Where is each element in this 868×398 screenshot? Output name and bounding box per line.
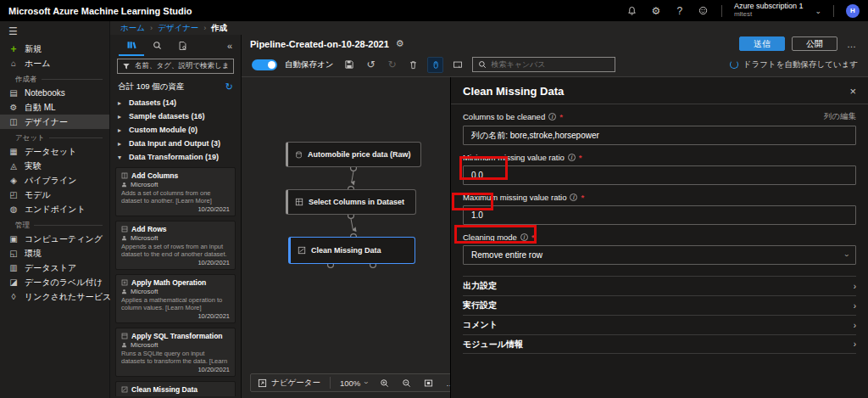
- edit-columns-link[interactable]: 列の編集: [824, 111, 856, 122]
- sidebar-section-author: 作成者: [0, 73, 109, 86]
- sidebar-item-environments[interactable]: ◱環境: [0, 246, 109, 261]
- canvas-search-input[interactable]: [491, 60, 593, 69]
- cleaning-mode-select[interactable]: Remove entire row ›: [463, 245, 856, 265]
- feedback-smiley-icon[interactable]: [698, 5, 709, 17]
- card-description: Runs a SQLite query on input datasets to…: [121, 350, 230, 365]
- chevron-down-icon[interactable]: ⌄: [815, 7, 821, 15]
- module-card-apply-math-operation[interactable]: Apply Math Operation Microsoft Applies a…: [115, 274, 236, 323]
- accordion-run-settings[interactable]: 実行設定›: [463, 295, 856, 315]
- delete-icon[interactable]: [406, 58, 420, 71]
- navigator-button[interactable]: ナビゲーター: [254, 378, 324, 389]
- person-icon: [121, 235, 127, 241]
- fit-to-screen-button[interactable]: [420, 378, 437, 388]
- chevron-down-icon: ›: [843, 254, 851, 256]
- sidebar-item-experiments[interactable]: ◬実験: [0, 159, 109, 173]
- accordion-module-info[interactable]: モジュール情報›: [463, 334, 856, 354]
- autosave-toggle[interactable]: [252, 59, 277, 70]
- category-sample-datasets[interactable]: ▸Sample datasets (16): [110, 109, 241, 123]
- pipeline-node-select-columns[interactable]: Select Columns in Dataset: [286, 189, 416, 215]
- sidebar-item-models[interactable]: ◰モデル: [0, 188, 109, 202]
- module-card-clean-missing-data[interactable]: Clean Missing Data Microsoft Specifies h…: [115, 381, 236, 396]
- accordion-output-settings[interactable]: 出力設定›: [463, 276, 856, 295]
- node-label: Automobile price data (Raw): [308, 150, 411, 159]
- save-icon[interactable]: [342, 58, 356, 71]
- datastores-icon: ▥: [8, 263, 19, 272]
- breadcrumb-home[interactable]: ホーム: [120, 23, 145, 34]
- pipeline-node-clean-missing-data[interactable]: Clean Missing Data: [288, 237, 415, 264]
- module-icon: [121, 386, 128, 393]
- sidebar-item-datasets[interactable]: ▦データセット: [0, 144, 109, 159]
- person-icon: [121, 395, 127, 396]
- canvas-search-box[interactable]: [472, 57, 615, 72]
- sidebar-item-pipelines[interactable]: ◈パイプライン: [0, 173, 109, 188]
- category-data-transformation[interactable]: ▾Data Transformation (19): [110, 150, 241, 164]
- settings-gear-icon[interactable]: ⚙: [650, 5, 662, 17]
- close-icon[interactable]: ×: [849, 86, 856, 97]
- notifications-icon[interactable]: [626, 5, 638, 17]
- endpoints-icon: ◍: [8, 205, 19, 214]
- tab-modules-icon[interactable]: [170, 35, 195, 56]
- sidebar-item-automl[interactable]: ⚙自動 ML: [0, 100, 109, 115]
- subscription-switcher[interactable]: Azure subscription 1 mltest: [734, 3, 804, 19]
- sidebar-item-compute[interactable]: ▣コンピューティング: [0, 232, 109, 246]
- filter-icon: [122, 62, 131, 70]
- breadcrumb-separator: ›: [150, 24, 153, 32]
- card-title: Apply SQL Transformation: [131, 332, 223, 340]
- pipeline-settings-gear-icon[interactable]: ⚙: [396, 38, 404, 49]
- left-nav: ☰ +新規 ⌂ホーム 作成者 ▤Notebooks ⚙自動 ML ◫デザイナー …: [0, 21, 110, 398]
- hamburger-menu-icon[interactable]: ☰: [0, 24, 109, 39]
- sidebar-item-designer[interactable]: ◫デザイナー: [0, 115, 109, 129]
- required-asterisk: *: [531, 233, 535, 242]
- module-card-add-columns[interactable]: Add Columns Microsoft Adds a set of colu…: [115, 167, 236, 216]
- zoom-out-button[interactable]: [398, 378, 415, 388]
- palette-search-input[interactable]: 名前、タグ、説明で検索します: [117, 59, 234, 74]
- sidebar-item-notebooks[interactable]: ▤Notebooks: [0, 86, 109, 100]
- breadcrumb-designer[interactable]: デザイナー: [158, 23, 198, 34]
- collapse-panel-icon[interactable]: «: [227, 41, 232, 51]
- preview-tool-icon[interactable]: [451, 58, 465, 71]
- pipeline-node-automobile-price-data[interactable]: Automobile price data (Raw): [286, 142, 421, 167]
- category-datasets[interactable]: ▸Datasets (14): [110, 96, 241, 109]
- module-card-apply-sql-transformation[interactable]: Apply SQL Transformation Microsoft Runs …: [115, 328, 236, 377]
- sidebar-item-datastores[interactable]: ▥データストア: [0, 261, 109, 275]
- breadcrumb-current: 作成: [211, 23, 227, 34]
- models-icon: ◰: [8, 190, 19, 199]
- sidebar-section-assets: アセット: [0, 132, 109, 144]
- app-header: Microsoft Azure Machine Learning Studio …: [0, 0, 868, 21]
- more-options-icon[interactable]: …: [844, 39, 860, 49]
- category-data-input-output[interactable]: ▸Data Input and Output (3): [110, 137, 241, 150]
- category-label: Custom Module (0): [129, 126, 198, 134]
- sidebar-item-label: 実験: [25, 160, 42, 172]
- notebooks-icon: ▤: [8, 88, 19, 98]
- min-missing-ratio-input[interactable]: [463, 165, 856, 185]
- submit-button[interactable]: 送信: [739, 36, 785, 51]
- columns-to-be-cleaned-value[interactable]: 列の名前: bore,stroke,horsepower: [463, 126, 856, 145]
- redo-icon[interactable]: ↻: [385, 58, 398, 71]
- tab-search-icon[interactable]: [144, 35, 170, 56]
- sidebar-item-label: 新規: [25, 43, 42, 55]
- cleaning-mode-label: Cleaning mode*: [463, 233, 856, 242]
- sidebar-item-linked-services[interactable]: ◊リンクされたサービス: [0, 289, 109, 304]
- sidebar-item-endpoints[interactable]: ◍エンドポイント: [0, 202, 109, 216]
- max-missing-ratio-input[interactable]: [463, 205, 856, 225]
- zoom-level-dropdown[interactable]: 100% ›: [337, 378, 370, 388]
- zoom-in-button[interactable]: [376, 378, 392, 388]
- sidebar-item-data-labeling[interactable]: ◪データのラベル付け: [0, 275, 109, 289]
- accordion-comment[interactable]: コメント›: [463, 315, 856, 334]
- person-icon: [121, 182, 127, 188]
- tab-library-icon[interactable]: [119, 35, 144, 56]
- sidebar-item-new[interactable]: +新規: [0, 42, 109, 56]
- module-card-add-rows[interactable]: Add Rows Microsoft Appends a set of rows…: [115, 221, 236, 270]
- undo-icon[interactable]: ↺: [364, 58, 377, 71]
- publish-button[interactable]: 公開: [792, 36, 837, 51]
- refresh-icon[interactable]: ↻: [225, 81, 233, 92]
- card-date: 10/20/2021: [121, 205, 230, 213]
- user-avatar[interactable]: H: [846, 4, 860, 18]
- help-icon[interactable]: ?: [674, 5, 686, 17]
- select-tool-icon[interactable]: [427, 57, 443, 73]
- required-asterisk: *: [581, 193, 584, 202]
- max-missing-ratio-label: Maximum missing value ratio*: [463, 193, 856, 202]
- category-custom-module[interactable]: ▸Custom Module (0): [110, 123, 241, 137]
- chevron-right-icon: ▸: [118, 140, 124, 148]
- sidebar-item-home[interactable]: ⌂ホーム: [0, 56, 109, 70]
